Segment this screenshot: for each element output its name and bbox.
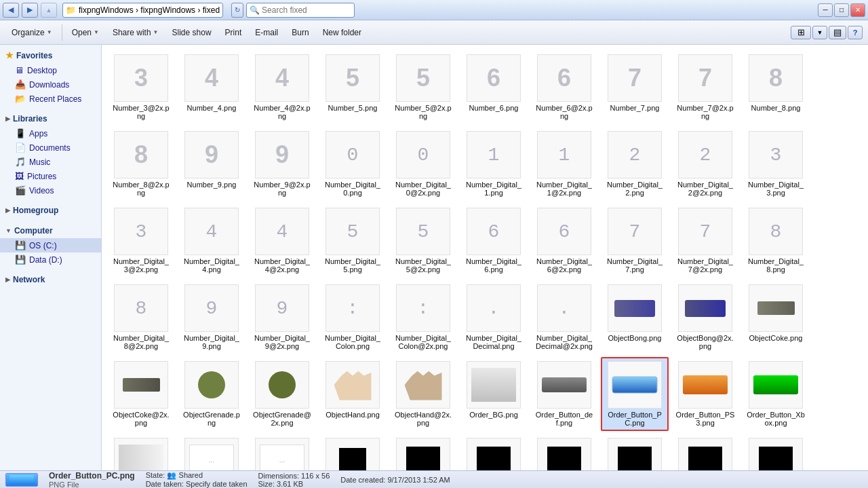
file-item[interactable]: 4Number_4.png <box>178 50 245 124</box>
sidebar-item-downloads[interactable]: 📥 Downloads <box>0 77 101 92</box>
file-item[interactable]: pants2.png <box>530 434 598 470</box>
file-item[interactable]: 9Number_Digital_9.png <box>178 280 245 354</box>
sidebar-item-pictures[interactable]: 🖼 Pictures <box>0 169 101 183</box>
file-item[interactable]: pants3@2x.png <box>742 434 810 470</box>
file-item[interactable]: ···Order_Overlay.png <box>178 434 245 470</box>
sidebar-item-recent-places[interactable]: 📂 Recent Places <box>0 92 101 106</box>
file-item[interactable]: 0Number_Digital_0.png <box>319 127 387 201</box>
minimize-button[interactable]: ─ <box>818 3 833 17</box>
file-item[interactable]: 6Number_6@2x.png <box>530 50 598 124</box>
network-header[interactable]: ▶ Network <box>0 272 101 287</box>
file-item[interactable]: Order_BG.png <box>460 357 528 431</box>
file-item[interactable]: 4Number_4@2x.png <box>248 50 316 124</box>
file-item[interactable]: ObjectHand.png <box>319 357 387 431</box>
email-button[interactable]: E-mail <box>249 23 284 42</box>
view-details-button[interactable]: ⊞ <box>791 26 811 39</box>
file-item[interactable]: 0Number_Digital_0@2x.png <box>389 127 457 201</box>
file-item[interactable]: 2Number_Digital_2.png <box>601 127 669 201</box>
file-item[interactable]: pants3.png <box>671 434 739 470</box>
file-item[interactable]: 1Number_Digital_1@2x.png <box>530 127 598 201</box>
file-item[interactable]: pants1@2x.png <box>460 434 528 470</box>
file-item[interactable]: 3Number_3@2x.png <box>107 50 175 124</box>
file-item[interactable]: ObjectCoke@2x.png <box>107 357 175 431</box>
file-item[interactable]: Over.png <box>319 434 387 470</box>
search-input[interactable] <box>262 5 351 15</box>
close-button[interactable]: ✕ <box>850 3 865 17</box>
file-item[interactable]: pants1.png <box>389 434 457 470</box>
organize-button[interactable]: Organize ▼ <box>5 23 58 42</box>
file-item[interactable]: :Number_Digital_Colon.png <box>319 280 387 354</box>
file-item[interactable]: 5Number_Digital_5@2x.png <box>389 204 457 278</box>
sidebar-item-videos[interactable]: 🎬 Videos <box>0 183 101 198</box>
file-item[interactable]: ···Order_Overlay_Pad.png <box>248 434 316 470</box>
file-item[interactable]: Order_Button_def.png <box>530 357 598 431</box>
file-item[interactable]: ObjectHand@2x.png <box>389 357 457 431</box>
file-item[interactable]: ObjectBong.png <box>601 280 669 354</box>
favorites-header[interactable]: ★ Favorites <box>0 48 101 63</box>
homegroup-header[interactable]: ▶ Homegroup <box>0 203 101 218</box>
file-item[interactable]: .Number_Digital_Decimal@2x.png <box>530 280 598 354</box>
libraries-header[interactable]: ▶ Libraries <box>0 111 101 126</box>
print-button[interactable]: Print <box>219 23 248 42</box>
sidebar-item-c-drive[interactable]: 💾 OS (C:) <box>0 238 101 252</box>
file-item[interactable]: 7Number_Digital_7.png <box>601 204 669 278</box>
file-thumbnail: 7 <box>608 208 662 255</box>
file-item[interactable]: 8Number_8@2x.png <box>107 127 175 201</box>
status-date-created: Date created: 9/17/2013 1:52 AM <box>340 476 450 484</box>
file-item[interactable]: 5Number_5@2x.png <box>389 50 457 124</box>
file-item[interactable]: ObjectBong@2x.png <box>671 280 739 354</box>
sidebar-item-d-drive[interactable]: 💾 Data (D:) <box>0 252 101 267</box>
file-item[interactable]: Order_Button_PS3.png <box>671 357 739 431</box>
file-item[interactable]: Order_Fade.png <box>107 434 175 470</box>
file-item[interactable]: 4Number_Digital_4.png <box>178 204 245 278</box>
file-item[interactable]: 8Number_Digital_8.png <box>742 204 810 278</box>
new-folder-button[interactable]: New folder <box>317 23 368 42</box>
file-item[interactable]: ObjectCoke.png <box>742 280 810 354</box>
file-item[interactable]: 9Number_Digital_9@2x.png <box>248 280 316 354</box>
sidebar-item-desktop[interactable]: 🖥 Desktop <box>0 63 101 77</box>
up-button[interactable]: ▲ <box>41 3 57 18</box>
file-item[interactable]: 5Number_5.png <box>319 50 387 124</box>
file-item[interactable]: 7Number_7.png <box>601 50 669 124</box>
slideshow-button[interactable]: Slide show <box>166 23 218 42</box>
file-item[interactable]: 6Number_6.png <box>460 50 528 124</box>
file-item[interactable]: 8Number_Digital_8@2x.png <box>107 280 175 354</box>
file-item[interactable]: 3Number_Digital_3@2x.png <box>107 204 175 278</box>
file-item[interactable]: 7Number_Digital_7@2x.png <box>671 204 739 278</box>
file-item[interactable]: 6Number_Digital_6.png <box>460 204 528 278</box>
refresh-button[interactable]: ↻ <box>231 3 243 18</box>
burn-button[interactable]: Burn <box>285 23 315 42</box>
file-item[interactable]: 5Number_Digital_5.png <box>319 204 387 278</box>
address-bar[interactable]: 📁 fixpngWindows › fixpngWindows › fixed <box>62 3 223 18</box>
file-item[interactable]: Order_Button_PC.png <box>601 357 669 431</box>
maximize-button[interactable]: □ <box>834 3 849 17</box>
file-item[interactable]: 6Number_Digital_6@2x.png <box>530 204 598 278</box>
open-button[interactable]: Open ▼ <box>66 23 105 42</box>
view-toggle-button[interactable]: ▼ <box>812 26 827 39</box>
file-item[interactable]: .Number_Digital_Decimal.png <box>460 280 528 354</box>
forward-button[interactable]: ▶ <box>22 3 38 18</box>
search-bar[interactable]: 🔍 <box>246 3 355 18</box>
file-item[interactable]: :Number_Digital_Colon@2x.png <box>389 280 457 354</box>
share-with-button[interactable]: Share with ▼ <box>106 23 165 42</box>
help-button[interactable]: ? <box>848 26 863 39</box>
file-item[interactable]: Order_Button_Xbox.png <box>742 357 810 431</box>
file-item[interactable]: 9Number_9.png <box>178 127 245 201</box>
recent-places-label: Recent Places <box>29 94 81 104</box>
file-item[interactable]: 3Number_Digital_3.png <box>742 127 810 201</box>
sidebar-item-apps[interactable]: 📱 Apps <box>0 126 101 140</box>
back-button[interactable]: ◀ <box>3 3 19 18</box>
sidebar-item-music[interactable]: 🎵 Music <box>0 155 101 169</box>
file-item[interactable]: ObjectGrenade.png <box>178 357 245 431</box>
file-item[interactable]: 9Number_9@2x.png <box>248 127 316 201</box>
sidebar-item-documents[interactable]: 📄 Documents <box>0 140 101 155</box>
view-list-button[interactable]: ▤ <box>829 26 846 39</box>
file-item[interactable]: pants2@2x.png <box>601 434 669 470</box>
file-item[interactable]: ObjectGrenade@2x.png <box>248 357 316 431</box>
file-item[interactable]: 7Number_7@2x.png <box>671 50 739 124</box>
file-item[interactable]: 1Number_Digital_1.png <box>460 127 528 201</box>
file-item[interactable]: 2Number_Digital_2@2x.png <box>671 127 739 201</box>
computer-header[interactable]: ▼ Computer <box>0 223 101 238</box>
file-item[interactable]: 8Number_8.png <box>742 50 810 124</box>
file-item[interactable]: 4Number_Digital_4@2x.png <box>248 204 316 278</box>
